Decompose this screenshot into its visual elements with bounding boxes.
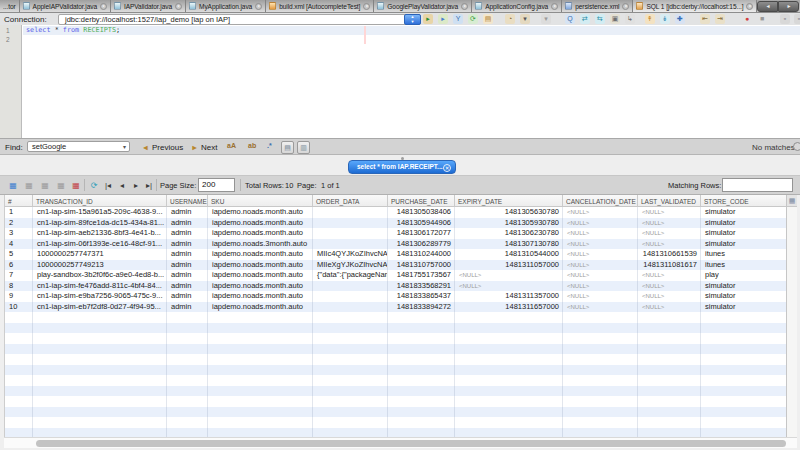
sql-editor[interactable]: select * from RECEIPTS; 12 <box>0 25 800 138</box>
whole-words-icon[interactable]: ab <box>248 142 256 149</box>
table-row[interactable] <box>5 386 786 397</box>
table-row[interactable]: 3cn1-iap-sim-aeb21336-8bf3-4e41-b...admi… <box>5 228 786 239</box>
editor-tab[interactable]: MyApplication.java× <box>186 0 266 12</box>
save-icon[interactable]: ▣ <box>610 14 620 24</box>
last-page-icon[interactable]: ▸| <box>143 180 155 192</box>
previous-button[interactable]: Previous <box>152 143 183 152</box>
window-icon[interactable]: ▫ <box>780 14 790 24</box>
table-row[interactable] <box>5 428 786 438</box>
column-header[interactable]: EXPIRY_DATE <box>455 195 563 206</box>
editor-tab[interactable]: ApplicationConfig.java× <box>472 0 562 12</box>
tab-scroll-right-icon[interactable]: ▸ <box>778 1 799 12</box>
filter-icon[interactable]: Y <box>453 14 463 24</box>
window2-icon[interactable]: ▫ <box>794 14 800 24</box>
upload-icon[interactable]: ↟ <box>645 14 655 24</box>
editor-tab[interactable]: AppleIAPValidator.java× <box>20 0 111 12</box>
table-row[interactable] <box>5 396 786 407</box>
table-row[interactable]: 4cn1-iap-sim-06f1393e-ce16-48cf-91...adm… <box>5 239 786 250</box>
column-header[interactable]: LAST_VALIDATED <box>638 195 701 206</box>
table-row[interactable] <box>5 312 786 323</box>
match-case-icon[interactable]: aA <box>227 142 236 149</box>
delete-row-icon[interactable]: ▦ <box>39 180 51 192</box>
new-file-icon[interactable]: ▤ <box>483 14 493 24</box>
column-header[interactable]: USERNAME <box>167 195 208 206</box>
shift-right-icon[interactable]: ⇥ <box>715 14 725 24</box>
tab-close-icon[interactable]: × <box>100 3 107 10</box>
horizontal-scrollbar-thumb[interactable] <box>36 440 786 447</box>
run-selection-icon[interactable]: ▸ <box>438 14 448 24</box>
zoom-icon[interactable]: Q <box>565 14 575 24</box>
editor-tab[interactable]: GooglePlayValidator.java× <box>374 0 472 12</box>
page-size-input[interactable]: 200 <box>198 178 235 192</box>
next-page-icon[interactable]: ▸ <box>130 180 142 192</box>
highlight-results-icon[interactable]: ▤ <box>281 141 294 154</box>
tab-close-icon[interactable]: × <box>551 3 558 10</box>
matching-rows-input[interactable] <box>722 178 793 192</box>
column-header[interactable]: TRANSACTION_ID <box>33 195 167 206</box>
column-header[interactable]: SKU <box>208 195 313 206</box>
prev-page-icon[interactable]: ◂ <box>116 180 128 192</box>
export-icon[interactable]: ↳ <box>625 14 635 24</box>
vertical-scrollbar[interactable] <box>786 195 797 437</box>
column-header[interactable]: STORE_CODE <box>701 195 787 206</box>
table-row[interactable]: 1cn1-iap-sim-15a961a5-209c-4638-9...admi… <box>5 207 786 218</box>
refresh-connection-icon[interactable]: ⟳ <box>468 14 478 24</box>
insert-row-icon[interactable]: ▦ <box>23 180 35 192</box>
table-row[interactable] <box>5 323 786 334</box>
table-row[interactable] <box>5 407 786 418</box>
table-row[interactable]: 2cn1-iap-sim-89fce1da-dc15-434a-81...adm… <box>5 218 786 229</box>
find-input[interactable]: setGoogle▾ <box>27 141 130 152</box>
tab-close-icon[interactable]: × <box>255 3 262 10</box>
connection-combo-arrow-icon[interactable]: ▲▼ <box>404 14 421 25</box>
link-icon[interactable]: ✚ <box>675 14 685 24</box>
column-header[interactable]: CANCELLATION_DATE <box>563 195 638 206</box>
column-header[interactable]: PURCHASE_DATE <box>388 195 455 206</box>
truncate-table-icon[interactable]: ▦ <box>55 180 67 192</box>
table-row[interactable]: 7play-sandbox-3b2f0f6c-a9e0-4ed8-b...adm… <box>5 270 786 281</box>
editor-tab[interactable]: SQL 1 [jdbc:derby://localhost:15...]× <box>633 0 757 12</box>
table-row[interactable]: 51000000257747371adminiapdemo.noads.mont… <box>5 249 786 260</box>
connection-combo[interactable]: jdbc:derby://localhost:1527/iap_demo [ia… <box>58 14 421 25</box>
stop-grid-icon[interactable]: ▦ <box>70 180 82 192</box>
editor-tab[interactable]: build.xml [AutocompleteTest]× <box>266 0 374 12</box>
column-header[interactable]: # <box>5 195 33 206</box>
refresh-results-icon[interactable]: ⟳ <box>88 180 100 192</box>
table-row[interactable] <box>5 417 786 428</box>
tab-scroll-left-icon[interactable]: ◂ <box>757 1 778 12</box>
save-menu-icon[interactable]: ▾ <box>520 14 530 24</box>
grid-corner-icon[interactable]: ▦ <box>786 195 797 207</box>
shift-left-icon[interactable]: ⇤ <box>700 14 710 24</box>
regex-icon[interactable]: .* <box>267 142 272 149</box>
table-row[interactable]: 8cn1-iap-sim-fe476add-811c-4bf4-84...adm… <box>5 281 786 292</box>
tab-close-icon[interactable]: × <box>622 3 629 10</box>
wrap-search-icon[interactable]: ▥ <box>297 141 310 154</box>
table-edit-icon[interactable]: ▦ <box>7 180 19 192</box>
record-icon[interactable]: ● <box>742 14 752 24</box>
history-icon[interactable]: ◔ <box>505 14 515 24</box>
table-row[interactable] <box>5 365 786 376</box>
table-row[interactable] <box>5 354 786 365</box>
tab-close-icon[interactable]: × <box>746 3 753 10</box>
editor-tab[interactable]: IAPValidator.java× <box>111 0 186 12</box>
editor-tab[interactable]: ...tor <box>0 0 20 12</box>
stop-icon[interactable]: ■ <box>757 14 767 24</box>
editor-tab[interactable]: persistence.xml× <box>562 0 633 12</box>
run-sql-icon[interactable]: ▸ <box>423 14 433 24</box>
table-row[interactable]: 9cn1-iap-sim-e9ba7256-9065-475c-9...admi… <box>5 291 786 302</box>
result-tab[interactable]: select * from IAP.RECEIPT... ✕ <box>348 160 456 174</box>
next-button[interactable]: Next <box>201 143 217 152</box>
tab-close-icon[interactable]: × <box>363 3 370 10</box>
tab-close-icon[interactable]: × <box>175 3 182 10</box>
swap-icon[interactable]: ⇄ <box>580 14 590 24</box>
find-dropdown-icon[interactable]: ▾ <box>123 143 126 152</box>
first-page-icon[interactable]: |◂ <box>102 180 114 192</box>
column-header[interactable]: ORDER_DATA <box>313 195 388 206</box>
table-row[interactable]: 10cn1-iap-sim-eb7f2df8-0d27-4f94-95...ad… <box>5 302 786 313</box>
table-row[interactable]: 61000000257749213adminiapdemo.noads.mont… <box>5 260 786 271</box>
table-row[interactable] <box>5 344 786 355</box>
tab-close-icon[interactable]: × <box>461 3 468 10</box>
table-row[interactable] <box>5 375 786 386</box>
result-tab-close-icon[interactable]: ✕ <box>443 164 451 172</box>
download-icon[interactable]: ↡ <box>660 14 670 24</box>
horizontal-scrollbar[interactable] <box>4 437 797 448</box>
